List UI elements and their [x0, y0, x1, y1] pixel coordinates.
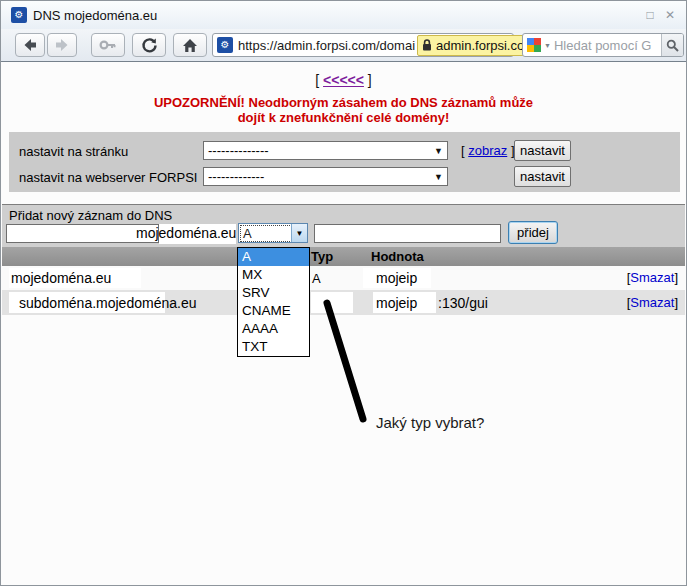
records-table-header: Typ Hodnota — [2, 247, 685, 266]
search-input[interactable] — [554, 38, 661, 53]
close-button[interactable]: ✕ — [661, 7, 679, 23]
home-icon — [182, 38, 198, 53]
magnifier-icon — [666, 39, 679, 52]
home-button[interactable] — [173, 33, 207, 57]
url-text: https://admin.forpsi.com/domai — [238, 38, 415, 53]
add-record-button[interactable]: přidej — [508, 221, 558, 244]
page-content: [ <<<<< ] UPOZORNĚNÍ! Neodborným zásahem… — [1, 62, 686, 585]
record-type-caret-icon[interactable]: ▼ — [291, 224, 307, 242]
browser-toolbar: ⚙ https://admin.forpsi.com/domai admin.f… — [1, 29, 686, 62]
zobraz-link[interactable]: zobraz — [468, 143, 507, 158]
security-badge-label: admin.forpsi.com — [436, 38, 535, 53]
address-bar[interactable]: ⚙ https://admin.forpsi.com/domai admin.f… — [212, 33, 514, 57]
back-button[interactable] — [15, 33, 45, 57]
search-engine-dropdown-icon[interactable]: ▼ — [544, 42, 551, 49]
back-link-row: [ <<<<< ] — [1, 72, 686, 88]
select-caret-icon: ▼ — [434, 146, 443, 156]
window-title: DNS mojedoména.eu — [33, 8, 157, 23]
search-go-button[interactable] — [661, 34, 683, 56]
bracket-close: ] — [368, 72, 372, 88]
record-type-value: A — [241, 226, 291, 241]
record-name: mojedoména.eu — [11, 270, 111, 286]
annotation-arrow-icon — [315, 294, 377, 428]
dropdown-option-txt[interactable]: TXT — [238, 338, 309, 356]
set-page-select-value: -------------- — [208, 143, 269, 158]
title-bar: ⚙ DNS mojedoména.eu □ ✕ — [1, 1, 686, 29]
delete-link-wrap: [Smazat] — [627, 270, 678, 285]
annotation-question: Jaký typ vybrat? — [376, 414, 484, 431]
dropdown-option-mx[interactable]: MX — [238, 266, 309, 284]
set-webserver-select[interactable]: ------------- ▼ — [203, 167, 448, 186]
dropdown-option-srv[interactable]: SRV — [238, 284, 309, 302]
set-webserver-select-value: ------------- — [208, 169, 264, 184]
domain-suffix-label: mojedoména.eu — [136, 225, 236, 241]
table-row: mojedoména.eu A mojeip [Smazat] — [2, 266, 685, 290]
forward-button[interactable] — [47, 33, 77, 57]
add-record-title: Přidat nový záznam do DNS — [9, 208, 172, 223]
maximize-button[interactable]: □ — [641, 7, 659, 23]
set-webserver-label: nastavit na webserver FORPSI — [19, 170, 197, 185]
delete-bracket-close: ] — [674, 295, 678, 310]
select-caret-icon: ▼ — [434, 172, 443, 182]
set-page-select[interactable]: -------------- ▼ — [203, 141, 448, 160]
browser-window: ⚙ DNS mojedoména.eu □ ✕ ⚙ https://admin.… — [0, 0, 687, 586]
warning-line2: dojít k znefunkčnění celé domény! — [1, 110, 686, 125]
delete-link[interactable]: Smazat — [630, 295, 674, 310]
add-record-section: Přidat nový záznam do DNS mojedoména.eu … — [2, 204, 685, 247]
record-value-input[interactable] — [314, 224, 501, 243]
delete-link-wrap: [Smazat] — [627, 295, 678, 310]
refresh-icon — [141, 37, 158, 54]
back-icon — [22, 37, 38, 53]
type-dropdown-list: A MX SRV CNAME AAAA TXT — [237, 247, 310, 357]
record-type-select[interactable]: A ▼ — [238, 223, 308, 243]
record-value-suffix: :130/gui — [438, 295, 488, 311]
site-favicon-icon: ⚙ — [217, 37, 233, 53]
record-value: mojeip — [376, 270, 417, 286]
google-icon[interactable] — [527, 38, 541, 52]
bracket-open: [ — [315, 72, 319, 88]
go-back-link[interactable]: <<<<< — [323, 72, 364, 88]
quick-set-panel: nastavit na stránku -------------- ▼ [ z… — [9, 132, 680, 192]
forward-icon — [54, 37, 70, 53]
dropdown-option-a[interactable]: A — [238, 248, 309, 266]
forpsi-favicon-icon: ⚙ — [11, 7, 27, 23]
dropdown-option-cname[interactable]: CNAME — [238, 302, 309, 320]
keyword-button[interactable] — [91, 33, 125, 57]
dns-warning: UPOZORNĚNÍ! Neodborným zásahem do DNS zá… — [1, 95, 686, 125]
zobraz-wrap: [ zobraz ] — [461, 143, 515, 158]
delete-bracket-close: ] — [674, 270, 678, 285]
search-box[interactable]: ▼ — [522, 33, 684, 57]
record-typ: A — [312, 271, 321, 286]
set-page-button[interactable]: nastavit — [514, 140, 571, 161]
refresh-button[interactable] — [132, 33, 166, 57]
set-webserver-button[interactable]: nastavit — [514, 166, 571, 187]
warning-line1: UPOZORNĚNÍ! Neodborným zásahem do DNS zá… — [1, 95, 686, 110]
lock-icon — [422, 39, 432, 51]
record-value: mojeip — [376, 295, 417, 311]
hodnota-column-header: Hodnota — [371, 249, 424, 264]
record-name: subdoména.mojedoména.eu — [19, 295, 196, 311]
dropdown-option-aaaa[interactable]: AAAA — [238, 320, 309, 338]
set-page-label: nastavit na stránku — [19, 144, 128, 159]
delete-link[interactable]: Smazat — [630, 270, 674, 285]
typ-column-header: Typ — [311, 249, 333, 264]
key-icon — [99, 38, 117, 52]
